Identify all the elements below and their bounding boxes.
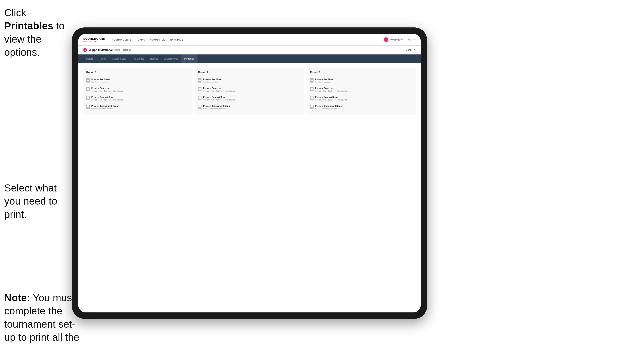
cancel-label: Cancel: [406, 48, 413, 51]
raguzzi-sub-r1: Course setup + Tee Sheet data required: [91, 99, 189, 101]
raguzzi-title-r1: Preview Raguzzi Sheet: [91, 96, 189, 99]
nav-tournaments[interactable]: TOURNAMENTS: [112, 38, 131, 42]
tee-sheet-sub-r1: Tee Sheet required: [91, 81, 189, 83]
instruction-bold: Printables: [4, 20, 53, 31]
raguzzi-text-r1: Preview Raguzzi Sheet Course setup + Tee…: [91, 96, 189, 101]
raguzzi-sub-r2: Course setup + Tee Sheet data required: [203, 99, 301, 101]
report-icon-r2: [198, 105, 202, 109]
hosting-badge: Hosting: [123, 49, 131, 51]
report-title-r2: Preview Tournament Report: [203, 105, 301, 107]
scorecard-title-r2: Preview Scorecard: [203, 87, 301, 90]
report-text-r2: Preview Tournament Report Round Completi…: [203, 105, 301, 110]
raguzzi-sub-r3: Course setup + Tee Sheet data required: [315, 99, 413, 101]
cancel-x-icon: ✕: [414, 48, 416, 51]
scorecard-sub-r1: Course setup + Tee Sheet data required: [91, 90, 189, 92]
round-2-raguzzi[interactable]: Preview Raguzzi Sheet Course setup + Tee…: [198, 94, 301, 103]
main-nav: TOURNAMENTS TEAMS COMMITTEE RANKINGS: [112, 38, 384, 42]
tournament-name-area: C Clippd Invitational (Men) Hosting: [83, 48, 131, 52]
logo-area: SCOREBOARD Powered by clippd: [83, 37, 105, 42]
scorecard-title-r1: Preview Scorecard: [91, 87, 189, 90]
report-icon-r3: [310, 105, 314, 109]
raguzzi-icon-r1: [86, 96, 90, 100]
app-container: SCOREBOARD Powered by clippd TOURNAMENTS…: [78, 34, 421, 313]
round-1-raguzzi[interactable]: Preview Raguzzi Sheet Course setup + Tee…: [86, 94, 189, 103]
raguzzi-title-r2: Preview Raguzzi Sheet: [203, 96, 301, 99]
round-2-section: Round 2 Preview Tee Sheet Tee Sheet requ…: [195, 68, 304, 115]
report-text-r1: Preview Tournament Report Round Completi…: [91, 105, 189, 110]
tee-sheet-icon-r1: [86, 78, 90, 83]
round-1-tee-sheet[interactable]: Preview Tee Sheet Tee Sheet required: [86, 76, 189, 85]
tab-results[interactable]: Results: [147, 54, 161, 63]
tournament-logo: C: [83, 48, 87, 52]
nav-rankings[interactable]: RANKINGS: [170, 38, 183, 42]
tablet-device: SCOREBOARD Powered by clippd TOURNAMENTS…: [72, 27, 427, 319]
tee-sheet-text-r1: Preview Tee Sheet Tee Sheet required: [91, 78, 189, 83]
top-nav-right: blair@clippd.io | Sign out: [384, 37, 416, 42]
tab-tee-groups[interactable]: Tee Groups: [129, 54, 147, 63]
sign-out-link[interactable]: Sign out: [408, 38, 416, 41]
tee-sheet-title-r2: Preview Tee Sheet: [203, 78, 301, 81]
scorecard-sub-r2: Course setup + Tee Sheet data required: [203, 90, 301, 92]
tournament-title: Clippd Invitational: [89, 48, 113, 51]
round-2-scorecard[interactable]: Preview Scorecard Course setup + Tee She…: [198, 85, 301, 94]
tournament-bar: C Clippd Invitational (Men) Hosting Canc…: [78, 46, 421, 54]
report-title-r3: Preview Tournament Report: [315, 105, 413, 107]
scorecard-icon-r3: [310, 87, 314, 91]
nav-teams[interactable]: TEAMS: [136, 38, 145, 42]
tab-course-setup[interactable]: Course Setup: [109, 54, 129, 63]
tee-sheet-icon-r3: [310, 78, 314, 83]
round-2-tournament-report[interactable]: Preview Tournament Report Round Completi…: [198, 103, 301, 112]
raguzzi-text-r3: Preview Raguzzi Sheet Course setup + Tee…: [315, 96, 413, 101]
scorecard-text-r2: Preview Scorecard Course setup + Tee She…: [203, 87, 301, 92]
tee-sheet-title-r1: Preview Tee Sheet: [91, 78, 189, 81]
tablet-screen: SCOREBOARD Powered by clippd TOURNAMENTS…: [78, 34, 421, 313]
tab-leaderboards[interactable]: Leaderboards: [161, 54, 181, 63]
report-sub-r3: Round Completion required: [315, 108, 413, 110]
note-label: Note:: [4, 292, 30, 303]
tee-sheet-icon-r2: [198, 78, 202, 83]
instruction-top: Click Printables to view the options.: [4, 6, 72, 59]
tee-sheet-sub-r3: Tee Sheet required: [315, 81, 413, 83]
round-3-scorecard[interactable]: Preview Scorecard Course setup + Tee She…: [310, 85, 413, 94]
round-3-tee-sheet[interactable]: Preview Tee Sheet Tee Sheet required: [310, 76, 413, 85]
round-2-tee-sheet[interactable]: Preview Tee Sheet Tee Sheet required: [198, 76, 301, 85]
user-email: blair@clippd.io: [390, 38, 404, 41]
tab-printables[interactable]: Printables: [181, 54, 198, 63]
raguzzi-icon-r3: [310, 96, 314, 100]
round-3-section: Round 3 Preview Tee Sheet Tee Sheet requ…: [307, 68, 416, 115]
round-1-section: Round 1 Preview Tee Sheet Tee Sheet requ…: [83, 68, 192, 115]
user-avatar: [384, 37, 388, 42]
round-2-title: Round 2: [198, 71, 301, 74]
rounds-container: Round 1 Preview Tee Sheet Tee Sheet requ…: [83, 68, 416, 115]
round-3-raguzzi[interactable]: Preview Raguzzi Sheet Course setup + Tee…: [310, 94, 413, 103]
scorecard-text-r1: Preview Scorecard Course setup + Tee She…: [91, 87, 189, 92]
round-3-title: Round 3: [310, 71, 413, 74]
tab-teams[interactable]: Teams: [96, 54, 109, 63]
tee-sheet-sub-r2: Tee Sheet required: [203, 81, 301, 83]
nav-committee[interactable]: COMMITTEE: [150, 38, 165, 42]
sub-nav: Details Teams Course Setup Tee Groups Re…: [78, 54, 421, 63]
report-sub-r1: Round Completion required: [91, 108, 189, 110]
cancel-button[interactable]: Cancel ✕: [406, 48, 416, 51]
tee-sheet-text-r2: Preview Tee Sheet Tee Sheet required: [203, 78, 301, 83]
round-1-title: Round 1: [86, 71, 189, 74]
scorecard-title-r3: Preview Scorecard: [315, 87, 413, 90]
tee-sheet-text-r3: Preview Tee Sheet Tee Sheet required: [315, 78, 413, 83]
nav-separator: |: [406, 38, 406, 41]
round-1-tournament-report[interactable]: Preview Tournament Report Round Completi…: [86, 103, 189, 112]
tab-details[interactable]: Details: [83, 54, 96, 63]
scorecard-icon-r1: [86, 87, 90, 91]
report-sub-r2: Round Completion required: [203, 108, 301, 110]
scorecard-sub-r3: Course setup + Tee Sheet data required: [315, 90, 413, 92]
top-nav: SCOREBOARD Powered by clippd TOURNAMENTS…: [78, 34, 421, 46]
instruction-middle: Select what you need to print.: [4, 181, 72, 221]
round-3-tournament-report[interactable]: Preview Tournament Report Round Completi…: [310, 103, 413, 112]
raguzzi-text-r2: Preview Raguzzi Sheet Course setup + Tee…: [203, 96, 301, 101]
report-icon-r1: [86, 105, 90, 109]
tournament-tag: (Men): [114, 49, 120, 51]
round-1-scorecard[interactable]: Preview Scorecard Course setup + Tee She…: [86, 85, 189, 94]
scorecard-text-r3: Preview Scorecard Course setup + Tee She…: [315, 87, 413, 92]
raguzzi-icon-r2: [198, 96, 202, 100]
raguzzi-title-r3: Preview Raguzzi Sheet: [315, 96, 413, 99]
logo-sub: Powered by clippd: [83, 40, 105, 42]
